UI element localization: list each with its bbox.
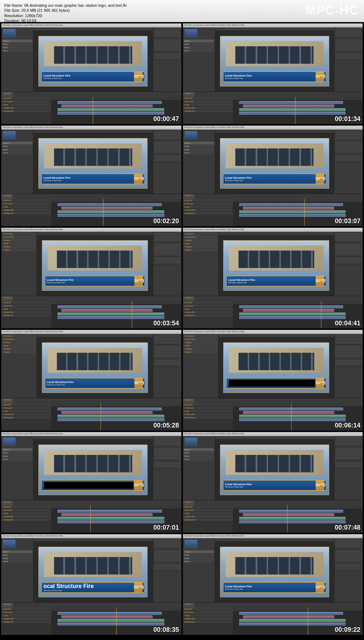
video-thumbnail[interactable]: File Edit Composition Layer Effect Anima… xyxy=(183,534,363,635)
video-thumbnail[interactable]: File Edit Composition Layer Effect Anima… xyxy=(1,432,182,533)
effects-panel[interactable] xyxy=(334,538,363,602)
effects-panel[interactable] xyxy=(334,27,363,91)
timeline-tab[interactable]: Comp 1 xyxy=(183,296,195,301)
app-menubar[interactable]: File Edit Composition Layer Effect Anima… xyxy=(183,330,363,334)
composition-viewer[interactable]: Local Structure Fire 400 block of West V… xyxy=(215,27,334,91)
timeline-tab[interactable]: Comp 1 xyxy=(1,603,14,608)
thumbnail-timestamp: 00:03:54 xyxy=(153,320,179,327)
project-panel[interactable]: Comp 1 Solids bg.jpg logo.ai xyxy=(1,27,33,91)
project-panel[interactable]: Comp 1 Solids bg.jpg logo.ai xyxy=(183,436,215,500)
video-thumbnail[interactable]: File Edit Composition Layer Effect Anima… xyxy=(1,330,182,431)
playhead-icon[interactable] xyxy=(291,403,291,431)
app-menubar[interactable]: File Edit Composition Layer Effect Anima… xyxy=(1,126,181,130)
timeline-tab[interactable]: Comp 1 xyxy=(1,296,14,301)
project-preview-icon xyxy=(184,29,197,37)
effects-panel[interactable] xyxy=(153,334,181,398)
app-menubar[interactable]: File Edit Composition Layer Effect Anima… xyxy=(183,534,363,538)
lower-third-graphic: Local Structure Fire 400 block of West V… xyxy=(224,71,326,82)
effects-panel[interactable] xyxy=(334,436,363,500)
file-info-header: File Name: 06 Animating our main graphic… xyxy=(0,0,364,22)
mpc-hc-logo: MPC-HC xyxy=(305,3,359,18)
project-panel[interactable]: Comp 1 Solids bg.jpg logo.ai xyxy=(183,27,215,91)
video-thumbnail[interactable]: File Edit Composition Layer Effect Anima… xyxy=(183,227,363,329)
preview-frame: Local Structure Fire 400 block of West V… xyxy=(223,240,329,291)
playhead-icon[interactable] xyxy=(116,608,117,635)
timeline-tab[interactable]: Comp 1 xyxy=(1,500,14,505)
video-thumbnail[interactable]: File Edit Composition Layer Effect Anima… xyxy=(1,534,182,635)
timeline-tab[interactable]: Comp 1 xyxy=(183,500,195,505)
composition-viewer[interactable]: Local Structure Fire 400 block of West V… xyxy=(33,130,153,194)
composition-viewer[interactable]: Local Structure Fire 400 block of West V… xyxy=(37,334,153,398)
project-panel[interactable]: Comp 1 Solids bg.jpg logo.ai xyxy=(1,538,33,602)
video-thumbnail[interactable]: File Edit Composition Layer Effect Anima… xyxy=(1,227,182,329)
project-preview-icon xyxy=(184,131,197,140)
playhead-icon[interactable] xyxy=(304,199,305,226)
effects-panel[interactable] xyxy=(153,27,181,91)
composition-viewer[interactable]: Local Structure Fire 400 block of West V… xyxy=(219,232,334,296)
composition-viewer[interactable]: Local Structure Fire 400 block of West V… xyxy=(215,436,334,500)
playhead-icon[interactable] xyxy=(132,301,132,329)
composition-viewer[interactable]: BREAKING NEWS 9 xyxy=(219,334,334,398)
video-thumbnail[interactable]: File Edit Composition Layer Effect Anima… xyxy=(1,125,182,226)
thumbnail-timestamp: 00:06:14 xyxy=(335,422,360,429)
composition-viewer[interactable]: BREAKING NEWS 9 xyxy=(33,436,153,500)
playhead-icon[interactable] xyxy=(287,505,288,533)
composition-viewer[interactable]: Local Structure Fire 400 block of West V… xyxy=(37,232,153,296)
app-menubar[interactable]: File Edit Composition Layer Effect Anima… xyxy=(183,432,363,436)
timeline-tab[interactable]: Comp 1 xyxy=(183,92,195,97)
effects-panel[interactable] xyxy=(153,538,181,602)
playhead-icon[interactable] xyxy=(295,97,295,124)
app-menubar[interactable]: File Edit Composition Layer Effect Anima… xyxy=(183,23,363,27)
composition-viewer[interactable]: Local Structure Fire 400 block of West V… xyxy=(215,130,334,194)
project-panel[interactable]: fx Transform • Anchor Point • Position •… xyxy=(1,232,37,296)
timeline-tab[interactable]: Comp 1 xyxy=(1,398,14,403)
composition-viewer[interactable]: ocal Structure Fire 400 block of West Vi… xyxy=(33,538,153,602)
composition-viewer[interactable]: Local Structure Fire 400 block of West V… xyxy=(33,27,153,91)
app-menubar[interactable]: File Edit Composition Layer Effect Anima… xyxy=(183,126,363,130)
project-panel[interactable]: Comp 1 Solids bg.jpg logo.ai xyxy=(1,436,33,500)
project-panel[interactable]: Comp 1 Solids bg.jpg logo.ai xyxy=(183,538,215,602)
app-menubar[interactable]: File Edit Composition Layer Effect Anima… xyxy=(183,228,363,232)
video-thumbnail[interactable]: File Edit Composition Layer Effect Anima… xyxy=(183,330,363,431)
effects-panel[interactable] xyxy=(153,130,181,194)
effects-panel[interactable] xyxy=(334,232,363,296)
playhead-icon[interactable] xyxy=(90,505,91,533)
app-menubar[interactable]: File Edit Composition Layer Effect Anima… xyxy=(1,23,181,27)
video-thumbnail[interactable]: File Edit Composition Layer Effect Anima… xyxy=(183,432,363,533)
project-preview-icon xyxy=(3,29,16,37)
playhead-icon[interactable] xyxy=(103,199,103,226)
playhead-icon[interactable] xyxy=(321,301,321,329)
effects-panel[interactable] xyxy=(153,232,181,296)
preview-frame: Local Structure Fire 400 block of West V… xyxy=(220,36,329,86)
app-menubar[interactable]: File Edit Composition Layer Effect Anima… xyxy=(1,534,181,538)
timeline-tab[interactable]: Comp 1 xyxy=(1,92,14,97)
lower-third-subtitle: 400 block of West Vine xyxy=(43,179,134,182)
project-panel[interactable]: fx Transform • Anchor Point • Position •… xyxy=(183,334,219,398)
timeline-tab[interactable]: Comp 1 xyxy=(183,194,195,199)
app-menubar[interactable]: File Edit Composition Layer Effect Anima… xyxy=(1,330,181,334)
effects-panel[interactable] xyxy=(334,130,363,194)
app-menubar[interactable]: File Edit Composition Layer Effect Anima… xyxy=(1,228,181,232)
lower-third-graphic: Local Structure Fire 400 block of West V… xyxy=(42,71,144,82)
composition-viewer[interactable]: Local Structure Fire 400 block of West V… xyxy=(215,538,334,602)
video-thumbnail[interactable]: File Edit Composition Layer Effect Anima… xyxy=(183,23,363,124)
project-panel[interactable]: Comp 1 Solids bg.jpg logo.ai xyxy=(183,130,215,194)
video-thumbnail[interactable]: File Edit Composition Layer Effect Anima… xyxy=(1,23,182,124)
timeline-tab[interactable]: Comp 1 xyxy=(183,398,195,403)
timeline-tab[interactable]: Comp 1 xyxy=(1,194,14,199)
playhead-icon[interactable] xyxy=(101,403,101,431)
lower-third-graphic: Local Structure Fire 400 block of West V… xyxy=(46,276,144,287)
app-menubar[interactable]: File Edit Composition Layer Effect Anima… xyxy=(1,432,181,436)
station-badge: BREAKING NEWS 9 xyxy=(134,378,143,388)
video-thumbnail[interactable]: File Edit Composition Layer Effect Anima… xyxy=(183,125,363,226)
effects-panel[interactable] xyxy=(334,334,363,398)
project-panel[interactable]: Comp 1 Solids bg.jpg logo.ai xyxy=(1,130,33,194)
project-panel[interactable]: fx Transform • Anchor Point • Position •… xyxy=(1,334,37,398)
project-panel[interactable]: fx Transform • Anchor Point • Position •… xyxy=(183,232,219,296)
effects-panel[interactable] xyxy=(153,436,181,500)
lower-third-title: Local Structure Fire xyxy=(225,176,316,179)
thumbnail-timestamp: 00:03:07 xyxy=(335,217,360,225)
playhead-icon[interactable] xyxy=(308,608,308,635)
playhead-icon[interactable] xyxy=(93,97,93,124)
timeline-tab[interactable]: Comp 1 xyxy=(183,603,195,608)
